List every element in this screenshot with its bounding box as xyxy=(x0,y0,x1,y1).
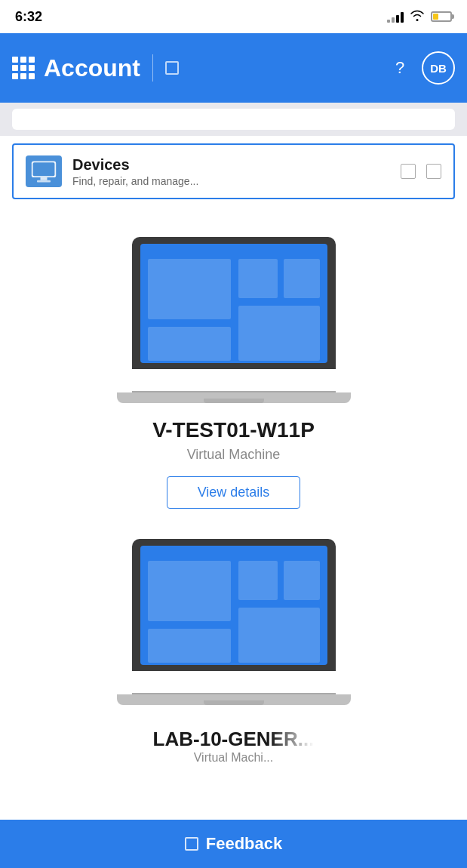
device-type-1: Virtual Machine xyxy=(187,447,281,463)
svg-rect-1 xyxy=(33,162,55,176)
devices-header-item[interactable]: Devices Find, repair, and manage... xyxy=(12,143,455,199)
devices-title: Devices xyxy=(72,156,401,174)
devices-subtitle: Find, repair, and manage... xyxy=(72,175,401,187)
search-bar[interactable] xyxy=(12,109,455,130)
view-details-button-1[interactable]: View details xyxy=(167,476,301,509)
feedback-label: Feedback xyxy=(206,834,283,854)
battery-icon xyxy=(431,11,452,22)
main-content: V-TEST01-W11P Virtual Machine View detai… xyxy=(0,199,467,840)
device-card-1: V-TEST01-W11P Virtual Machine View detai… xyxy=(12,222,455,531)
tile-2-2 xyxy=(148,629,231,663)
avatar[interactable]: DB xyxy=(422,51,455,85)
tile-1 xyxy=(148,259,231,319)
feedback-square-icon xyxy=(185,837,198,851)
laptop-illustration-2 xyxy=(124,539,343,705)
devices-row-wrapper: Devices Find, repair, and manage... xyxy=(0,136,467,199)
tile-2-5 xyxy=(238,608,320,663)
device-name-1: V-TEST01-W11P xyxy=(152,418,315,442)
grid-menu-icon[interactable] xyxy=(12,57,35,79)
feedback-bar[interactable]: Feedback xyxy=(0,820,467,868)
status-icons xyxy=(387,9,452,24)
checkbox-2[interactable] xyxy=(426,164,441,179)
devices-icon xyxy=(26,155,62,187)
header-title: Account xyxy=(44,54,140,82)
laptop-foot-2 xyxy=(204,700,264,705)
status-time: 6:32 xyxy=(15,9,42,25)
tile-4 xyxy=(284,259,320,298)
laptop-illustration-1 xyxy=(124,237,343,403)
tile-2-3 xyxy=(238,561,278,600)
status-bar: 6:32 xyxy=(0,0,467,33)
laptop-screen-inner-1 xyxy=(140,244,327,363)
checkbox-1[interactable] xyxy=(401,164,416,179)
header-square-icon[interactable] xyxy=(165,61,179,75)
tile-3 xyxy=(238,259,278,298)
signal-icon xyxy=(387,11,404,23)
svg-rect-2 xyxy=(41,177,48,180)
tile-2-1 xyxy=(148,561,231,621)
devices-text-group: Devices Find, repair, and manage... xyxy=(72,156,401,187)
monitor-svg xyxy=(30,159,57,183)
wifi-icon xyxy=(410,9,425,24)
device-name-2-partial: LAB-10-GENER... xyxy=(153,728,315,751)
laptop-screen-inner-2 xyxy=(140,546,327,665)
device-type-2-partial: Virtual Machi... xyxy=(194,751,274,765)
laptop-screen-outer-2 xyxy=(132,539,336,671)
header-divider xyxy=(152,54,153,82)
devices-checkboxes xyxy=(401,164,441,179)
tile-2-4 xyxy=(284,561,320,600)
tile-5 xyxy=(238,306,320,361)
header: Account ? DB xyxy=(0,33,467,103)
search-area xyxy=(0,103,467,136)
svg-rect-3 xyxy=(37,180,51,183)
laptop-foot-1 xyxy=(204,399,264,403)
help-button[interactable]: ? xyxy=(387,55,413,81)
device-card-2: LAB-10-GENER... Virtual Machi... xyxy=(12,531,455,765)
tile-2 xyxy=(148,327,231,361)
screen-tiles-1 xyxy=(148,251,320,356)
laptop-screen-outer-1 xyxy=(132,237,336,369)
screen-tiles-2 xyxy=(148,553,320,657)
